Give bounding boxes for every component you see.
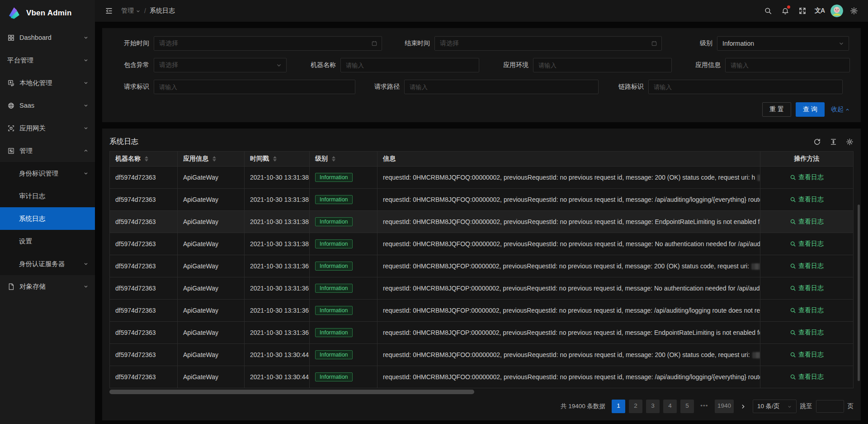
refresh-icon[interactable]: [813, 138, 821, 146]
cell-message: requestId: 0HMCRBM8JQFOQ:00000002, previ…: [377, 167, 760, 189]
level-badge: Information: [315, 372, 353, 381]
cell-app-info: ApiGateWay: [178, 322, 245, 344]
view-log-link[interactable]: 查看日志: [790, 262, 824, 270]
cell-message: requestId: 0HMCRBM8JQFOP:00000002, previ…: [377, 322, 760, 344]
trace-id-input[interactable]: [648, 80, 843, 94]
sidebar-item-dashboard[interactable]: Dashboard: [0, 26, 95, 49]
cell-machine-name: df5974d72363: [110, 189, 178, 211]
pagination: 共 19400 条数据 12345•••1940 10 条/页 跳至 页: [109, 400, 854, 413]
breadcrumb-parent[interactable]: 管理: [121, 7, 141, 15]
breadcrumb-current: 系统日志: [150, 7, 175, 15]
jump-page-input[interactable]: [816, 400, 844, 413]
sidebar-item-saas[interactable]: Saas: [0, 94, 95, 117]
search-button[interactable]: [760, 0, 777, 22]
sidebar-item-audit-logs[interactable]: 审计日志: [0, 185, 95, 207]
column-header-机器名称[interactable]: 机器名称: [110, 152, 178, 167]
view-log-link[interactable]: 查看日志: [790, 173, 824, 181]
filter-panel: 开始时间请选择结束时间请选择级别Information包含异常请选择机器名称应用…: [102, 28, 861, 122]
sidebar-item-management[interactable]: 管理: [0, 139, 95, 162]
page-button-5[interactable]: 5: [680, 400, 694, 413]
table-row: df5974d72363ApiGateWay2021-10-30 13:31:3…: [110, 167, 854, 189]
table-row: df5974d72363ApiGateWay2021-10-30 13:31:3…: [110, 189, 854, 211]
field-label: 开始时间: [113, 39, 154, 48]
cell-timestamp: 2021-10-30 13:31:36: [245, 300, 310, 322]
cell-level: Information: [310, 300, 377, 322]
page-button-3[interactable]: 3: [646, 400, 660, 413]
view-log-link[interactable]: 查看日志: [790, 329, 824, 337]
app-environment-input[interactable]: [533, 58, 672, 72]
view-log-link[interactable]: 查看日志: [790, 195, 824, 204]
page-button-1[interactable]: 1: [612, 400, 625, 413]
user-avatar[interactable]: [828, 0, 845, 22]
locale-button[interactable]: 文A: [811, 0, 828, 22]
table-title: 系统日志: [109, 137, 138, 147]
notification-button[interactable]: [777, 0, 794, 22]
page-button-1940[interactable]: 1940: [715, 400, 734, 413]
jump-prefix: 跳至: [800, 402, 812, 410]
cell-timestamp: 2021-10-30 13:31:38: [245, 167, 310, 189]
table-row: df5974d72363ApiGateWay2021-10-30 13:31:3…: [110, 211, 854, 233]
sidebar-item-identity-management[interactable]: 身份标识管理: [0, 162, 95, 185]
horizontal-scrollbar-thumb[interactable]: [109, 390, 474, 394]
column-header-级别[interactable]: 级别: [310, 152, 377, 167]
column-label: 操作方法: [794, 155, 820, 162]
row-height-icon[interactable]: [830, 138, 837, 146]
search-button[interactable]: 查 询: [796, 102, 825, 117]
fullscreen-button[interactable]: [794, 0, 811, 22]
cell-actions: 查看日志: [760, 255, 854, 277]
cell-level: Information: [310, 167, 377, 189]
sidebar-item-platform-management[interactable]: 平台管理: [0, 49, 95, 71]
start-time-date[interactable]: 请选择: [154, 36, 382, 51]
cell-message: requestId: 0HMCRBM8JQFOP:00000002, previ…: [377, 277, 760, 300]
table-row: df5974d72363ApiGateWay2021-10-30 13:31:3…: [110, 300, 854, 322]
magnifier-icon: [790, 241, 796, 247]
storage-icon: [7, 283, 15, 291]
page-button-2[interactable]: 2: [629, 400, 642, 413]
logo[interactable]: Vben Admin: [0, 0, 95, 26]
vertical-scrollbar-thumb[interactable]: [858, 205, 860, 381]
view-log-link[interactable]: 查看日志: [790, 284, 824, 292]
sort-icon: [332, 156, 335, 162]
chevron-down-icon: [83, 261, 89, 267]
reset-button[interactable]: 重 置: [762, 102, 791, 117]
cell-timestamp: 2021-10-30 13:31:38: [245, 189, 310, 211]
column-header-时间戳[interactable]: 时间戳: [245, 152, 310, 167]
filter-row: 开始时间请选择结束时间请选择级别Information: [113, 36, 850, 51]
sidebar-item-app-gateway[interactable]: 应用网关: [0, 117, 95, 139]
next-page-button[interactable]: [737, 400, 749, 413]
cell-app-info: ApiGateWay: [178, 167, 245, 189]
filter-field-app-environment: 应用环境: [492, 58, 672, 72]
filter-row: 请求标识请求路径链路标识: [113, 80, 850, 94]
menu-fold-icon[interactable]: [102, 4, 116, 18]
selected-value: Information: [722, 40, 754, 47]
column-header-应用信息[interactable]: 应用信息: [178, 152, 245, 167]
sidebar-item-system-logs[interactable]: 系统日志: [0, 207, 95, 230]
cell-level: Information: [310, 277, 377, 300]
page: Vben Admin Dashboard平台管理本地化管理Saas应用网关管理身…: [0, 0, 868, 424]
settings-button[interactable]: [845, 0, 863, 22]
sidebar-item-settings[interactable]: 设置: [0, 230, 95, 252]
sidebar-item-localization-management[interactable]: 本地化管理: [0, 71, 95, 94]
level-select[interactable]: Information: [717, 36, 849, 51]
collapse-link[interactable]: 收起: [831, 105, 850, 114]
cell-timestamp: 2021-10-30 13:31:36: [245, 322, 310, 344]
view-log-link[interactable]: 查看日志: [790, 218, 824, 226]
request-id-input[interactable]: [154, 80, 355, 94]
sidebar-item-identity-server[interactable]: 身份认证服务器: [0, 252, 95, 275]
page-button-4[interactable]: 4: [663, 400, 677, 413]
view-log-link[interactable]: 查看日志: [790, 351, 824, 359]
sidebar-item-object-storage[interactable]: 对象存储: [0, 275, 95, 298]
column-settings-icon[interactable]: [846, 138, 854, 146]
app-info-input[interactable]: [725, 58, 850, 72]
chevron-down-icon: [83, 284, 89, 289]
view-log-link[interactable]: 查看日志: [790, 373, 824, 381]
has-exception-select[interactable]: 请选择: [154, 58, 287, 72]
sidebar-item-label: 平台管理: [7, 56, 83, 65]
view-log-link[interactable]: 查看日志: [790, 240, 824, 248]
view-log-link[interactable]: 查看日志: [790, 306, 824, 314]
page-size-select[interactable]: 10 条/页: [753, 400, 797, 413]
request-path-input[interactable]: [404, 80, 599, 94]
end-time-date[interactable]: 请选择: [434, 36, 662, 51]
sidebar-item-label: 身份认证服务器: [19, 260, 83, 268]
machine-name-input[interactable]: [340, 58, 479, 72]
